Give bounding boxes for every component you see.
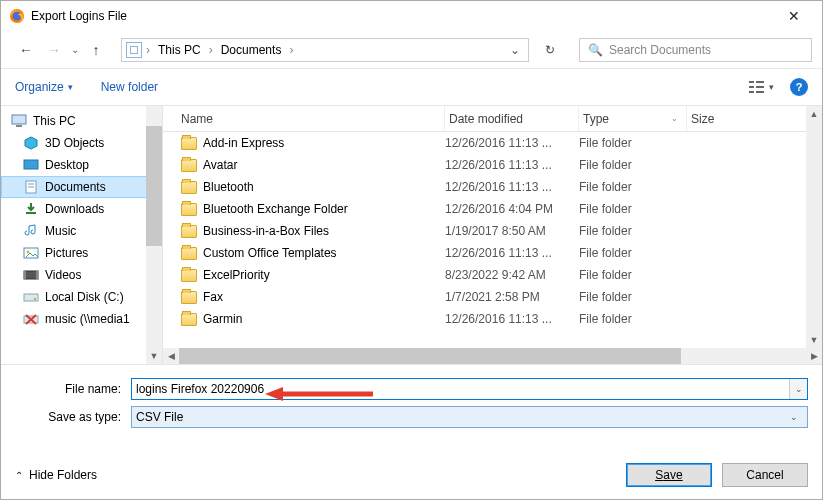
recent-locations-dropdown[interactable]: ⌄ — [71, 44, 79, 55]
nav-scrollbar-thumb[interactable] — [146, 126, 162, 246]
nav-item-documents[interactable]: Documents — [1, 176, 147, 198]
3d-icon — [23, 136, 39, 150]
nav-item-label: Desktop — [45, 158, 89, 172]
view-options-button[interactable]: ▾ — [749, 80, 774, 94]
v-scrollbar-track[interactable] — [806, 106, 822, 348]
h-scroll-right[interactable]: ▶ — [806, 351, 822, 361]
folder-icon — [181, 291, 197, 304]
breadcrumb-sep: › — [209, 43, 213, 57]
col-type[interactable]: Type⌄ — [579, 106, 687, 131]
h-scroll-thumb[interactable] — [179, 348, 681, 364]
file-row[interactable]: Bluetooth Exchange Folder12/26/2016 4:04… — [163, 198, 822, 220]
address-history-dropdown[interactable]: ⌄ — [506, 43, 524, 57]
file-type: File folder — [579, 224, 687, 238]
save-type-label: Save as type: — [15, 410, 125, 424]
new-folder-button[interactable]: New folder — [101, 80, 158, 94]
col-type-label: Type — [583, 112, 609, 126]
h-scrollbar[interactable]: ◀ ▶ — [163, 348, 822, 364]
file-type: File folder — [579, 202, 687, 216]
save-form: File name: ⌄ Save as type: CSV File ⌄ — [1, 365, 822, 431]
file-name: Business-in-a-Box Files — [203, 224, 329, 238]
hide-folders-label: Hide Folders — [29, 468, 97, 482]
file-type: File folder — [579, 158, 687, 172]
firefox-icon — [9, 8, 25, 24]
file-row[interactable]: Avatar12/26/2016 11:13 ...File folder — [163, 154, 822, 176]
svg-rect-5 — [756, 81, 764, 83]
nav-item-downloads[interactable]: Downloads — [1, 198, 147, 220]
file-row[interactable]: ExcelPriority8/23/2022 9:42 AMFile folde… — [163, 264, 822, 286]
file-date: 12/26/2016 11:13 ... — [445, 246, 579, 260]
nav-item-3d-objects[interactable]: 3D Objects — [1, 132, 147, 154]
disk-icon — [23, 290, 39, 304]
hide-folders-toggle[interactable]: ⌃ Hide Folders — [15, 468, 97, 482]
nav-item-label: Local Disk (C:) — [45, 290, 124, 304]
h-scroll-track[interactable] — [179, 348, 806, 364]
file-row[interactable]: Add-in Express12/26/2016 11:13 ...File f… — [163, 132, 822, 154]
nav-item-label: Videos — [45, 268, 81, 282]
file-name-label: File name: — [15, 382, 125, 396]
help-button[interactable]: ? — [790, 78, 808, 96]
file-type: File folder — [579, 312, 687, 326]
navigation-pane: This PC3D ObjectsDesktopDocumentsDownloa… — [1, 106, 163, 364]
up-button[interactable]: ↑ — [85, 39, 107, 61]
nav-item-music-media1[interactable]: music (\\media1 — [1, 308, 147, 330]
v-scroll-down[interactable]: ▼ — [806, 332, 822, 348]
vid-icon — [23, 268, 39, 282]
nav-item-local-disk-c-[interactable]: Local Disk (C:) — [1, 286, 147, 308]
folder-icon — [181, 269, 197, 282]
nav-scroll-down[interactable]: ▼ — [146, 348, 162, 364]
save-type-combo[interactable]: CSV File ⌄ — [131, 406, 808, 428]
file-row[interactable]: Bluetooth12/26/2016 11:13 ...File folder — [163, 176, 822, 198]
file-type: File folder — [579, 290, 687, 304]
file-row[interactable]: Garmin12/26/2016 11:13 ...File folder — [163, 308, 822, 330]
v-scroll-up[interactable]: ▲ — [806, 106, 822, 122]
forward-button[interactable]: → — [43, 39, 65, 61]
file-name-combo[interactable]: ⌄ — [131, 378, 808, 400]
refresh-button[interactable]: ↻ — [535, 38, 565, 62]
file-list-pane: Name Date modified Type⌄ Size Add-in Exp… — [163, 106, 822, 364]
nav-row: ← → ⌄ ↑ › This PC › Documents › ⌄ ↻ 🔍 — [1, 31, 822, 69]
location-icon — [126, 42, 142, 58]
netx-icon — [23, 312, 39, 326]
h-scroll-left[interactable]: ◀ — [163, 351, 179, 361]
col-size[interactable]: Size — [687, 106, 822, 131]
breadcrumb-seg-0[interactable]: This PC — [154, 43, 205, 57]
nav-item-label: 3D Objects — [45, 136, 104, 150]
address-bar[interactable]: › This PC › Documents › ⌄ — [121, 38, 529, 62]
organize-menu[interactable]: Organize ▾ — [15, 80, 73, 94]
file-name-dropdown[interactable]: ⌄ — [789, 379, 807, 399]
file-row[interactable]: Business-in-a-Box Files1/19/2017 8:50 AM… — [163, 220, 822, 242]
col-date[interactable]: Date modified — [445, 106, 579, 131]
main-area: This PC3D ObjectsDesktopDocumentsDownloa… — [1, 105, 822, 365]
view-icon — [749, 80, 767, 94]
svg-rect-4 — [749, 91, 754, 93]
save-button[interactable]: Save — [626, 463, 712, 487]
file-name: Avatar — [203, 158, 237, 172]
nav-item-pictures[interactable]: Pictures — [1, 242, 147, 264]
file-name: Custom Office Templates — [203, 246, 337, 260]
back-button[interactable]: ← — [15, 39, 37, 61]
svg-rect-18 — [24, 271, 38, 279]
nav-scrollbar-track[interactable] — [146, 106, 162, 364]
search-box[interactable]: 🔍 — [579, 38, 812, 62]
col-name[interactable]: Name — [177, 106, 445, 131]
file-name-input[interactable] — [132, 382, 789, 396]
file-type: File folder — [579, 180, 687, 194]
nav-item-desktop[interactable]: Desktop — [1, 154, 147, 176]
cancel-button[interactable]: Cancel — [722, 463, 808, 487]
file-date: 12/26/2016 11:13 ... — [445, 312, 579, 326]
nav-item-music[interactable]: Music — [1, 220, 147, 242]
search-input[interactable] — [609, 43, 803, 57]
svg-rect-15 — [26, 212, 36, 214]
breadcrumb-sep: › — [146, 43, 150, 57]
svg-rect-2 — [749, 81, 754, 83]
file-row[interactable]: Fax1/7/2021 2:58 PMFile folder — [163, 286, 822, 308]
breadcrumb-seg-1[interactable]: Documents — [217, 43, 286, 57]
file-row[interactable]: Custom Office Templates12/26/2016 11:13 … — [163, 242, 822, 264]
file-type: File folder — [579, 268, 687, 282]
nav-item-this-pc[interactable]: This PC — [1, 110, 147, 132]
file-type: File folder — [579, 246, 687, 260]
nav-item-videos[interactable]: Videos — [1, 264, 147, 286]
folder-icon — [181, 181, 197, 194]
close-button[interactable]: ✕ — [774, 8, 814, 24]
